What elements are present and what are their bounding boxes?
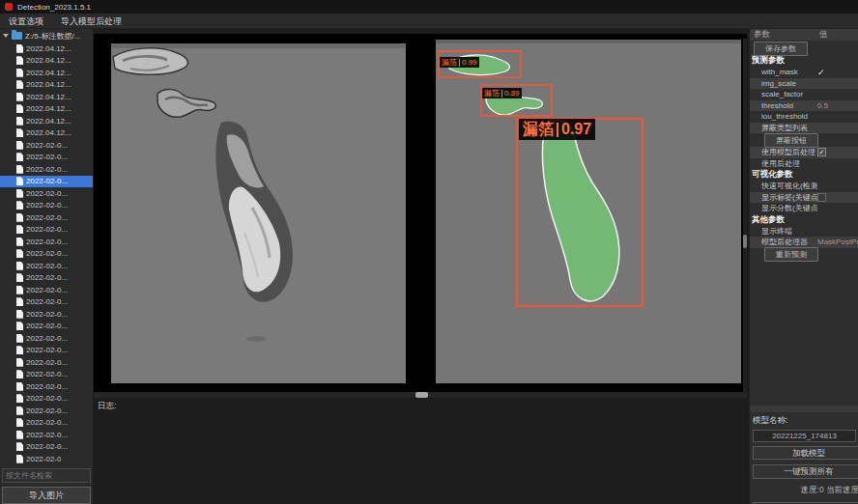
file-item[interactable]: 2022-02-0...	[0, 272, 93, 285]
checkbox[interactable]	[817, 193, 826, 202]
file-item[interactable]: 2022-02-0...	[0, 163, 93, 176]
file-item[interactable]: 2022-02-0...	[0, 345, 93, 357]
param-row[interactable]: 使用后处理 使用后处理	[750, 158, 858, 170]
file-icon	[16, 370, 23, 378]
param-row[interactable]: img_scale img_scale	[750, 78, 858, 90]
file-item[interactable]: 2022-02-0...	[0, 296, 93, 309]
param-value-cell	[817, 193, 858, 202]
file-item[interactable]: 2022-02-0...	[0, 224, 93, 237]
window-title: Detection_2023.1.5.1	[17, 3, 91, 12]
detection-score: 0.89	[504, 89, 520, 98]
file-item[interactable]: 2022-02-0...	[0, 187, 93, 200]
file-name: 2022.04.12...	[26, 69, 72, 77]
scrollbar-thumb[interactable]	[415, 392, 428, 398]
file-item[interactable]: 2022-02-0...	[0, 380, 93, 393]
load-model-button[interactable]: 加载模型	[753, 446, 858, 460]
detection-label: 漏箔0.97	[519, 119, 595, 140]
param-row[interactable]: 保存参数 保存参数	[750, 42, 858, 55]
file-item[interactable]: 2022.04.12...	[0, 42, 93, 55]
param-row[interactable]: 可视化参数 可视化参数	[750, 169, 858, 181]
file-name: 2022-02-0...	[26, 346, 68, 354]
file-item[interactable]: 2022-02-0...	[0, 356, 93, 369]
divider	[459, 59, 460, 67]
file-item[interactable]: 2022-02-0...	[0, 393, 93, 406]
menubar: 设置选项 导入模型后处理	[0, 14, 858, 29]
scrollbar-thumb[interactable]	[743, 235, 747, 248]
file-item[interactable]: 2022-02-0...	[0, 417, 93, 430]
param-button[interactable]: 屏蔽按钮	[764, 133, 818, 148]
file-item[interactable]: 2022-02-0	[0, 453, 93, 465]
param-row[interactable]: 屏蔽按钮 屏蔽按钮	[750, 133, 858, 147]
param-row[interactable]: with_mask with_mask	[750, 67, 858, 78]
file-item[interactable]: 2022-02-0...	[0, 441, 93, 454]
file-icon	[16, 225, 23, 234]
file-item[interactable]: 2022-02-0...	[0, 176, 93, 188]
file-item[interactable]: 2022.04.12...	[0, 91, 93, 103]
file-item[interactable]: 2022-02-0...	[0, 248, 93, 261]
param-row[interactable]: 预测参数 预测参数	[750, 55, 858, 67]
file-search-input[interactable]	[2, 468, 91, 483]
checkbox[interactable]	[817, 68, 825, 77]
checkbox[interactable]	[817, 148, 826, 156]
file-item[interactable]: 2022.04.12...	[0, 103, 93, 116]
divider	[557, 123, 558, 137]
file-name: 2022-02-0...	[26, 297, 68, 306]
param-row[interactable]: 显示终端 显示终端	[750, 226, 858, 238]
horizontal-scrollbar[interactable]	[94, 392, 747, 398]
file-item[interactable]: 2022-02-0...	[0, 200, 93, 212]
param-row[interactable]: 使用模型后处理 使用模型后处理	[750, 147, 858, 158]
file-name: 2022-02-0...	[26, 442, 68, 451]
file-name: 2022-02-0...	[26, 382, 68, 391]
import-image-button[interactable]: 导入图片	[2, 487, 91, 504]
menu-item-import-postprocess[interactable]: 导入模型后处理	[52, 14, 130, 29]
file-name: 2022-02-0...	[26, 249, 68, 258]
tree-root-folder[interactable]: Z:/5-标注数据/...	[0, 29, 93, 42]
file-item[interactable]: 2022-02-0...	[0, 429, 93, 441]
file-name: 2022-02-0...	[26, 213, 68, 222]
file-icon	[16, 201, 23, 210]
file-item[interactable]: 2022-02-0...	[0, 211, 93, 224]
file-item[interactable]: 2022.04.12...	[0, 55, 93, 68]
file-item[interactable]: 2022-02-0...	[0, 308, 93, 321]
param-row[interactable]: 模型后处理器 模型后处理器 MaskPostPro	[750, 237, 858, 248]
param-row[interactable]: 显示分数(关键点) 显示分数(关键点)	[750, 203, 858, 214]
file-item[interactable]: 2022-02-0...	[0, 152, 93, 164]
file-name: 2022-02-0...	[26, 334, 68, 343]
param-row[interactable]: threshold threshold 0.5	[750, 100, 858, 112]
file-item[interactable]: 2022.04.12...	[0, 127, 93, 140]
file-item[interactable]: 2022-02-0...	[0, 139, 93, 152]
model-name-field[interactable]: 20221225_174813	[753, 430, 856, 442]
file-item[interactable]: 2022.04.12...	[0, 79, 93, 92]
param-button[interactable]: 保存参数	[754, 42, 808, 56]
menu-item-settings[interactable]: 设置选项	[0, 14, 52, 29]
file-item[interactable]: 2022-02-0...	[0, 321, 93, 333]
param-row[interactable]: 屏蔽类型列表 屏蔽类型列表	[750, 123, 858, 134]
param-button[interactable]: 重新预测	[764, 247, 818, 262]
file-item[interactable]: 2022.04.12...	[0, 115, 93, 127]
param-row[interactable]: iou_threshold iou_threshold	[750, 111, 858, 123]
prediction-image-viewer[interactable]: 漏箔0.99 漏箔0.89 漏箔0.97	[427, 34, 747, 396]
file-item[interactable]: 2022-02-0...	[0, 369, 93, 381]
file-item[interactable]: 2022-02-0...	[0, 405, 93, 417]
param-value-cell	[817, 68, 858, 77]
file-item[interactable]: 2022-02-0...	[0, 284, 93, 296]
param-row[interactable]: 快速可视化(检测) 快速可视化(检测)	[750, 181, 858, 192]
file-name: 2022-02-0...	[26, 273, 68, 282]
file-name: 2022.04.12...	[26, 80, 72, 89]
param-row[interactable]: 重新预测 重新预测	[750, 248, 858, 262]
file-item[interactable]: 2022-02-0...	[0, 236, 93, 248]
param-row[interactable]: 其他参数 其他参数	[750, 214, 858, 226]
file-item[interactable]: 2022-02-0...	[0, 260, 93, 272]
param-label: iou_threshold	[761, 112, 817, 121]
chevron-down-icon[interactable]	[3, 34, 9, 38]
param-row[interactable]: 显示标签(关键点) 显示标签(关键点)	[750, 192, 858, 204]
file-item[interactable]: 2022-02-0...	[0, 332, 93, 345]
file-item[interactable]: 2022.04.12...	[0, 67, 93, 79]
param-label: 使用模型后处理	[761, 147, 817, 157]
source-image-viewer[interactable]	[94, 34, 421, 396]
file-name: 2022.04.12...	[26, 117, 72, 126]
vertical-scrollbar[interactable]	[743, 39, 747, 401]
predict-all-button[interactable]: 一键预测所有	[753, 464, 858, 479]
params-header-value: 值	[819, 29, 858, 41]
param-row[interactable]: scale_factor scale_factor	[750, 89, 858, 100]
